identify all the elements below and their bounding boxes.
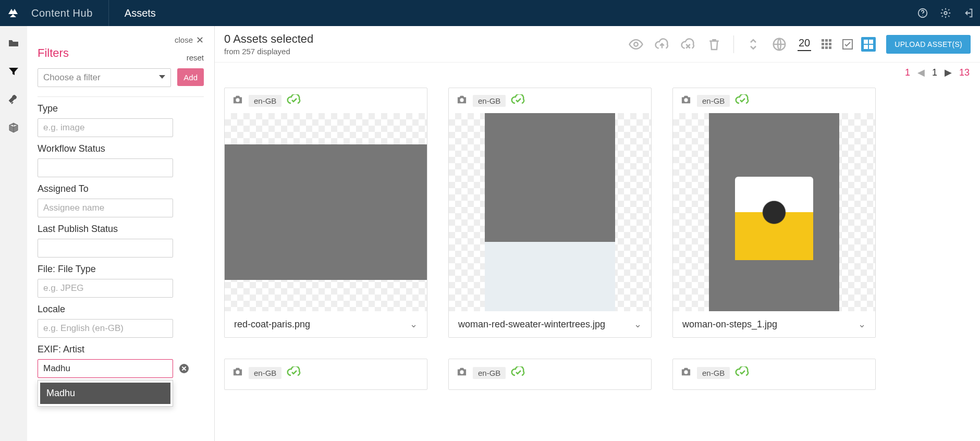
grid-large-icon[interactable]	[861, 37, 876, 52]
globe-icon[interactable]	[771, 36, 787, 52]
svg-rect-5	[822, 39, 824, 42]
svg-rect-15	[864, 40, 868, 44]
pager-current: 1	[932, 67, 937, 78]
svg-rect-6	[825, 39, 828, 42]
nav-assets[interactable]: Assets	[109, 0, 172, 26]
assigned-to-label: Assigned To	[38, 183, 204, 194]
grid-check-icon[interactable]	[840, 37, 855, 52]
svg-rect-18	[869, 45, 873, 49]
asset-card[interactable]: en-GB	[448, 359, 652, 390]
folder-icon[interactable]	[7, 36, 20, 50]
chevron-down-icon[interactable]: ⌄	[858, 318, 866, 330]
locale-chip: en-GB	[249, 95, 281, 107]
asset-card[interactable]: en-GB	[224, 359, 427, 390]
published-cloud-icon	[735, 366, 750, 379]
tools-icon[interactable]	[7, 93, 20, 106]
published-cloud-icon	[287, 366, 301, 379]
asset-filename: red-coat-paris.png	[234, 319, 310, 330]
page-size[interactable]: 20	[798, 37, 811, 51]
svg-rect-7	[829, 39, 831, 42]
camera-icon	[456, 367, 468, 378]
settings-icon[interactable]	[934, 0, 957, 26]
upload-assets-button[interactable]: UPLOAD ASSET(S)	[886, 35, 971, 54]
filter-icon[interactable]	[7, 65, 20, 78]
svg-point-23	[460, 370, 463, 374]
clear-exif-artist-icon[interactable]	[179, 364, 189, 373]
asset-filename: woman-on-steps_1.jpg	[682, 319, 777, 330]
asset-card[interactable]: en-GB red-coat-paris.png ⌄	[224, 88, 427, 338]
published-cloud-icon	[287, 94, 301, 107]
chevron-down-icon[interactable]: ⌄	[634, 318, 642, 330]
filters-title: Filters	[38, 46, 204, 60]
svg-rect-10	[829, 43, 831, 45]
locale-label: Locale	[38, 304, 204, 315]
published-cloud-icon	[735, 94, 750, 107]
published-cloud-icon	[511, 94, 525, 107]
assigned-to-input[interactable]	[38, 199, 173, 217]
reset-link[interactable]: reset	[187, 53, 204, 62]
svg-point-20	[460, 98, 463, 102]
choose-filter-select[interactable]: Choose a filter	[38, 68, 171, 87]
pager-next-icon[interactable]: ▶	[945, 67, 952, 78]
sort-icon[interactable]	[745, 36, 761, 52]
workflow-status-label: Workflow Status	[38, 143, 204, 154]
chevron-down-icon[interactable]: ⌄	[410, 318, 418, 330]
camera-icon	[456, 95, 468, 106]
svg-rect-9	[825, 43, 828, 45]
upload-cloud-icon[interactable]	[654, 36, 670, 52]
pager-prev-icon[interactable]: ◀	[917, 67, 925, 78]
delete-icon[interactable]	[706, 36, 722, 52]
top-bar: Content Hub Assets	[0, 0, 980, 26]
close-icon[interactable]	[196, 36, 204, 44]
logout-icon[interactable]	[957, 0, 980, 26]
camera-icon	[680, 367, 692, 378]
caret-down-icon	[159, 75, 165, 79]
svg-rect-11	[822, 46, 824, 49]
main-area: 0 Assets selected from 257 displayed 20 …	[215, 26, 980, 441]
svg-point-2	[944, 11, 947, 15]
svg-point-3	[634, 42, 638, 46]
file-type-input[interactable]	[38, 279, 173, 298]
locale-chip: en-GB	[697, 95, 730, 107]
pager: 1 ◀ 1 ▶ 13	[215, 63, 980, 82]
grid-small-icon[interactable]	[819, 37, 834, 52]
locale-input[interactable]	[38, 319, 173, 338]
asset-grid: en-GB red-coat-paris.png ⌄ en-GB	[215, 82, 980, 441]
add-filter-button[interactable]: Add	[177, 68, 204, 86]
svg-rect-8	[822, 43, 824, 45]
asset-card[interactable]: en-GB woman-red-sweater-wintertrees.jpg …	[448, 88, 652, 338]
app-logo[interactable]	[0, 7, 26, 19]
locale-chip: en-GB	[697, 367, 730, 379]
asset-card[interactable]: en-GB	[672, 359, 876, 390]
type-input[interactable]	[38, 118, 173, 137]
workflow-status-input[interactable]	[38, 158, 173, 177]
svg-rect-16	[869, 40, 873, 44]
cube-icon[interactable]	[7, 121, 20, 134]
camera-icon	[232, 367, 243, 378]
close-panel-label[interactable]: close	[175, 35, 193, 44]
last-publish-input[interactable]	[38, 239, 173, 258]
pager-first[interactable]: 1	[905, 67, 910, 78]
locale-chip: en-GB	[473, 367, 506, 379]
svg-rect-17	[864, 45, 868, 49]
published-cloud-icon	[511, 366, 525, 379]
help-icon[interactable]	[911, 0, 934, 26]
unpublish-cloud-icon[interactable]	[680, 36, 696, 52]
asset-card[interactable]: en-GB woman-on-steps_1.jpg ⌄	[672, 88, 876, 338]
left-rail	[0, 26, 27, 441]
asset-thumbnail	[225, 144, 427, 280]
svg-point-1	[922, 15, 923, 16]
svg-point-24	[684, 370, 688, 374]
exif-artist-option[interactable]: Madhu	[40, 383, 170, 404]
last-publish-label: Last Publish Status	[38, 224, 204, 235]
locale-chip: en-GB	[473, 95, 506, 107]
svg-point-19	[236, 98, 239, 102]
camera-icon	[680, 95, 692, 106]
file-type-label: File: File Type	[38, 264, 204, 275]
filter-panel: close Filters reset Choose a filter Add …	[27, 26, 215, 441]
pager-total[interactable]: 13	[959, 67, 970, 78]
choose-filter-placeholder: Choose a filter	[43, 72, 101, 83]
exif-artist-input[interactable]	[38, 359, 173, 378]
preview-icon[interactable]	[628, 36, 644, 52]
camera-icon	[232, 95, 243, 106]
